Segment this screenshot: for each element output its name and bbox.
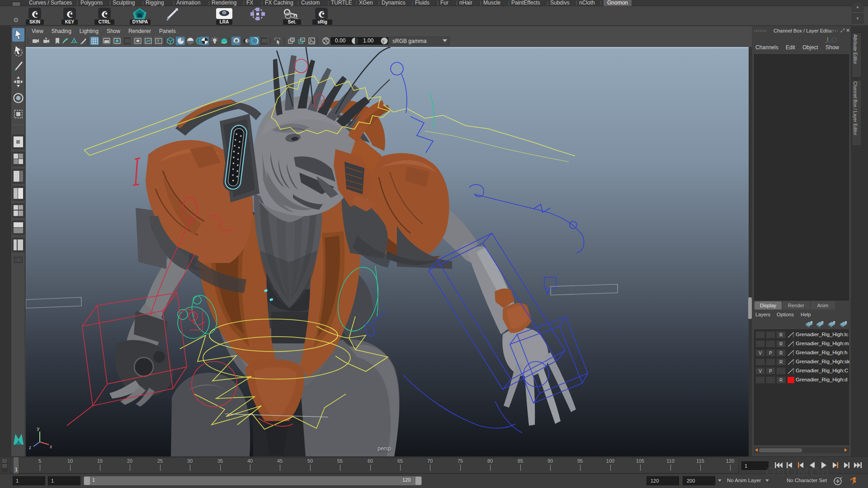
- svg-text:x: x: [50, 444, 52, 449]
- svg-text:y: y: [37, 426, 39, 431]
- svg-text:z: z: [29, 445, 31, 450]
